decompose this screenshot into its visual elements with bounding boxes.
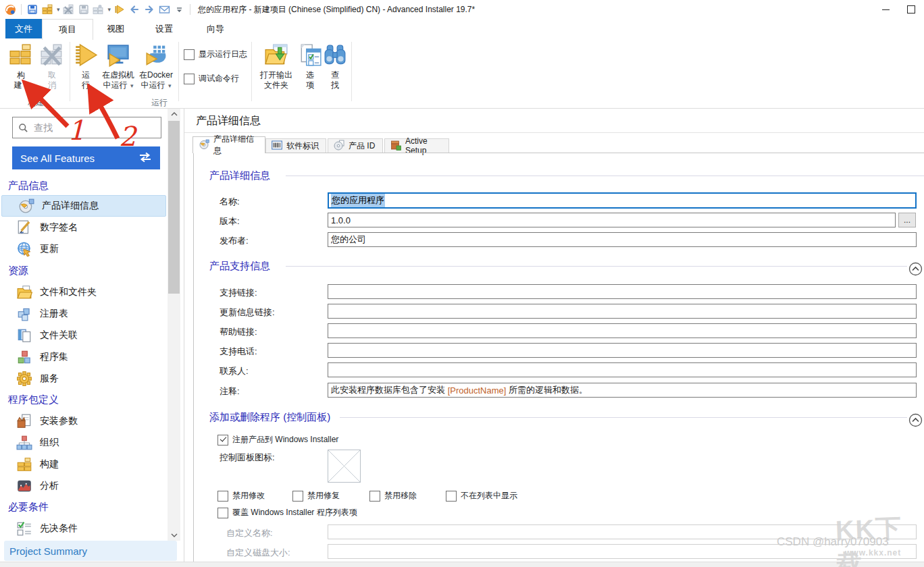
services-gear-icon <box>16 371 32 387</box>
title-bar: ▾ ▾ <box>0 0 924 19</box>
checkbox-icon <box>184 74 195 84</box>
search-input[interactable] <box>32 122 161 134</box>
sidebar-item-registry[interactable]: 注册表 <box>0 303 165 325</box>
show-run-log-checkbox[interactable]: 显示运行日志 <box>184 49 247 60</box>
sidebar-item-label: 更新 <box>40 243 59 255</box>
version-field[interactable] <box>328 213 896 227</box>
app-logo-icon <box>4 3 16 16</box>
build-icon[interactable] <box>41 3 53 16</box>
find-button[interactable]: 查 找 <box>323 42 347 90</box>
disable-remove-checkbox[interactable]: 禁用移除 <box>369 490 417 502</box>
comments-field[interactable]: 此安装程序数据库包含了安装 [ProductName] 所需的逻辑和数据。 <box>328 383 917 398</box>
save-icon[interactable] <box>26 3 38 16</box>
run-button[interactable]: 运 行 <box>73 42 99 90</box>
support-phone-field[interactable] <box>328 343 917 358</box>
barcode-icon <box>272 140 282 152</box>
sidebar-item-updates[interactable]: 更新 <box>0 238 165 260</box>
save-all-icon <box>78 3 90 16</box>
register-product-checkbox[interactable]: 注册产品到 Windows Installer <box>217 434 338 446</box>
control-panel-icon-placeholder[interactable] <box>328 450 361 483</box>
sidebar-item-files-folders[interactable]: 文件和文件夹 <box>0 281 165 303</box>
dropdown-arrow-icon: ▾ <box>25 82 28 89</box>
sidebar-item-organization[interactable]: 组织 <box>0 432 165 454</box>
name-field[interactable]: 您的应用程序 <box>328 192 917 209</box>
debug-cmdline-checkbox[interactable]: 调试命令行 <box>184 73 239 84</box>
build-dropdown-icon[interactable]: ▾ <box>57 6 60 13</box>
scroll-down-icon[interactable] <box>168 530 180 541</box>
collapse-section-button[interactable] <box>908 262 923 276</box>
contact-field[interactable] <box>328 362 917 377</box>
build-label-line1: 构 <box>17 70 25 80</box>
digital-signature-icon <box>16 219 32 236</box>
toolbar-separator <box>190 4 190 15</box>
help-link-field[interactable] <box>328 323 917 338</box>
hide-from-list-checkbox[interactable]: 不在列表中显示 <box>446 490 517 502</box>
customize-toolbar-icon[interactable] <box>173 3 185 16</box>
sidebar-item-builds[interactable]: 构建 <box>0 454 165 475</box>
checkbox-icon <box>184 49 195 60</box>
tab-label: 软件标识 <box>286 140 319 152</box>
see-all-features-button[interactable]: See All Features <box>12 146 160 169</box>
update-info-link-label: 更新信息链接: <box>220 306 275 319</box>
maximize-button[interactable] <box>898 0 924 19</box>
minimize-button[interactable] <box>873 0 898 19</box>
section-divider <box>286 176 924 176</box>
run-large-icon <box>74 42 98 69</box>
tab-product-id[interactable]: 产品 ID <box>328 138 383 153</box>
group-separator <box>70 42 70 101</box>
tab-active-setup[interactable]: Active Setup <box>384 138 449 153</box>
disable-remove-label: 禁用移除 <box>384 490 417 502</box>
tab-view[interactable]: 视图 <box>95 19 136 38</box>
sidebar-search-box[interactable] <box>12 117 161 138</box>
back-icon[interactable] <box>128 3 140 16</box>
product-details-icon <box>18 198 34 214</box>
section-prerequisites: 必要条件 <box>8 501 49 514</box>
tab-wizards[interactable]: 向导 <box>195 19 236 38</box>
sidebar-item-product-details[interactable]: 产品详细信息 <box>1 195 166 217</box>
disable-repair-checkbox[interactable]: 禁用修复 <box>292 490 340 502</box>
run-in-vm-button[interactable]: 在虚拟机 中运行 ▾ <box>100 42 136 91</box>
sidebar-item-analytics[interactable]: 分析 <box>0 475 165 497</box>
sidebar-item-label: 组织 <box>40 437 59 449</box>
show-run-log-label: 显示运行日志 <box>199 49 247 60</box>
support-link-field[interactable] <box>328 284 917 299</box>
section-divider <box>340 417 907 418</box>
sidebar-item-prerequisites[interactable]: 先决条件 <box>0 518 165 539</box>
checkbox-icon <box>292 491 303 502</box>
tab-project[interactable]: 项目 <box>42 19 93 40</box>
run-in-docker-button[interactable]: 在Docker 中运行 ▾ <box>136 42 176 91</box>
page-title: 产品详细信息 <box>196 114 261 128</box>
build-button[interactable]: 构 建 ▾ <box>5 42 36 91</box>
feedback-mail-icon[interactable] <box>158 3 170 16</box>
tab-product-details[interactable]: 产品详细信息 <box>192 136 265 153</box>
sidebar-item-services[interactable]: 服务 <box>0 368 165 389</box>
comments-label: 注释: <box>220 385 240 398</box>
build-large-icon <box>9 42 33 69</box>
tab-settings[interactable]: 设置 <box>143 19 185 38</box>
tab-file[interactable]: 文件 <box>5 19 42 38</box>
collapse-section-button[interactable] <box>908 413 923 427</box>
sidebar-item-install-parameters[interactable]: 安装参数 <box>0 410 165 432</box>
override-windows-installer-checkbox[interactable]: 覆盖 Windows Installer 程序列表项 <box>217 507 357 518</box>
cancel-label-line1: 取 <box>48 70 56 80</box>
sidebar-item-assemblies[interactable]: 程序集 <box>0 346 165 368</box>
version-browse-button[interactable]: ... <box>898 213 916 227</box>
publisher-field[interactable] <box>328 232 917 247</box>
update-info-link-field[interactable] <box>328 304 917 319</box>
disable-modify-checkbox[interactable]: 禁用修改 <box>217 490 265 502</box>
cancel-build-icon <box>63 3 75 16</box>
sidebar-item-file-associations[interactable]: 文件关联 <box>0 325 165 346</box>
sidebar-scrollbar[interactable] <box>168 109 180 541</box>
sidebar-item-digital-signature[interactable]: 数字签名 <box>0 217 165 238</box>
options-button[interactable]: 选 项 <box>298 42 322 90</box>
scroll-up-icon[interactable] <box>168 109 180 119</box>
sidebar-item-label: 服务 <box>40 373 59 385</box>
sidebar-item-label: 安装参数 <box>40 415 78 427</box>
tab-software-identification[interactable]: 软件标识 <box>265 138 326 153</box>
run-icon[interactable] <box>113 3 126 16</box>
scrollbar-thumb[interactable] <box>168 121 180 294</box>
active-setup-icon <box>390 140 401 153</box>
open-output-folder-button[interactable]: 打开输出 文件夹 <box>255 42 298 90</box>
forward-icon[interactable] <box>143 3 155 16</box>
project-summary-button[interactable]: Project Summary <box>4 541 177 561</box>
